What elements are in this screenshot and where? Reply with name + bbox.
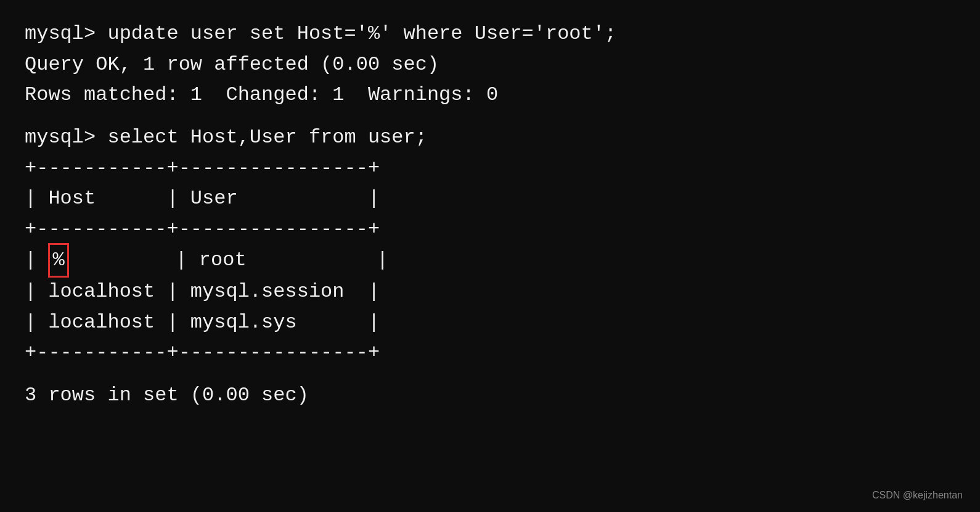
command-line-2: mysql> select Host,User from user; [25,122,955,153]
table-data-row-3: | localhost | mysql.sys | [25,307,955,338]
command-line-1: mysql> update user set Host='%' where Us… [25,19,955,49]
highlighted-percent: % [48,243,68,278]
table-border-top: +-----------+----------------+ [25,153,955,184]
watermark-text: CSDN @kejizhentan [872,490,963,501]
table-border-bottom: +-----------+----------------+ [25,337,955,368]
table-header-row: | Host | User | [25,183,955,214]
result-summary: 3 rows in set (0.00 sec) [25,380,955,411]
table-data-row-1: | % | root | [25,244,955,276]
query-ok-line: Query OK, 1 row affected (0.00 sec) [25,49,955,80]
row1-prefix: | [25,249,48,271]
table-data-row-2: | localhost | mysql.session | [25,276,955,307]
terminal-output: mysql> update user set Host='%' where Us… [0,0,980,429]
row1-suffix: | root | [69,249,388,271]
rows-matched-line: Rows matched: 1 Changed: 1 Warnings: 0 [25,80,955,110]
table-border-mid: +-----------+----------------+ [25,214,955,245]
